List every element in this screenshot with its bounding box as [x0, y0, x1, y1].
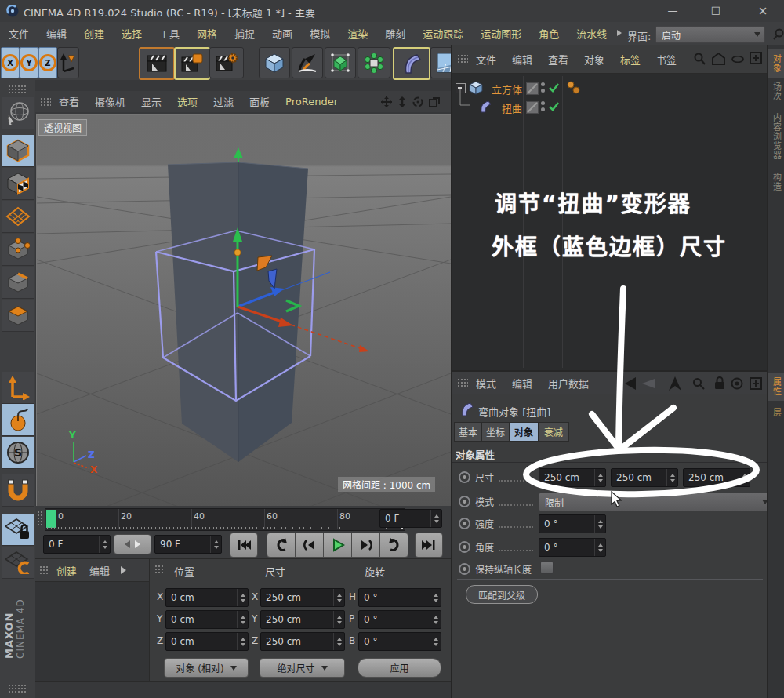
material-list-empty[interactable]	[35, 582, 149, 682]
coordinates-grip[interactable]	[154, 565, 165, 574]
attribute-grip[interactable]	[457, 378, 468, 387]
menu-animate[interactable]: 动画	[272, 26, 292, 41]
timeline-grip[interactable]	[37, 511, 43, 526]
mograph-cloner-button[interactable]	[358, 47, 390, 78]
viewport-canvas[interactable]: Y Z X	[36, 114, 452, 507]
menu-file[interactable]: 文件	[9, 26, 29, 41]
menu-sculpt[interactable]: 雕刻	[385, 26, 405, 41]
om-home-icon[interactable]	[712, 53, 725, 65]
keyframe-radio-icon[interactable]	[459, 518, 470, 529]
tab-basic[interactable]: 基本	[454, 422, 482, 442]
menu-mesh[interactable]: 网格	[197, 26, 217, 41]
points-mode-button[interactable]	[2, 234, 34, 266]
om-add-icon[interactable]	[750, 52, 762, 64]
object-row-bend[interactable]: 扭曲	[452, 97, 768, 116]
material-menu-more-icon[interactable]	[121, 566, 126, 574]
attr-search-icon[interactable]	[692, 377, 705, 390]
tab-falloff[interactable]: 衰减	[538, 422, 569, 442]
om-search-icon[interactable]	[694, 53, 706, 65]
rotate-view-icon[interactable]	[412, 96, 423, 107]
interface-dropdown[interactable]: 启动	[655, 26, 765, 43]
stepper[interactable]	[333, 589, 344, 606]
menu-mograph[interactable]: 运动图形	[481, 26, 521, 41]
prev-key-button[interactable]	[267, 533, 296, 558]
stepper[interactable]	[237, 633, 248, 650]
play-button[interactable]	[323, 533, 352, 558]
tab-object[interactable]: 对象	[509, 422, 539, 442]
lock-y-axis-button[interactable]: Y	[20, 47, 38, 78]
stepper[interactable]	[594, 539, 605, 556]
viewport-menu-prorender[interactable]: ProRender	[285, 96, 338, 107]
menu-motion-tracker[interactable]: 运动跟踪	[423, 26, 463, 41]
lock-workplane-button[interactable]	[2, 514, 34, 546]
next-frame-button[interactable]	[351, 533, 380, 558]
make-editable-button[interactable]	[2, 97, 34, 129]
bend-size-z-field[interactable]: 250 cm	[683, 468, 750, 487]
history-forward-icon[interactable]	[669, 376, 681, 391]
attr-menu-userdata[interactable]: 用户数据	[548, 376, 589, 391]
viewport-menu-display[interactable]: 显示	[141, 94, 162, 109]
size-z-field[interactable]: 250 cm	[260, 632, 345, 651]
phong-tag-icon[interactable]	[566, 80, 582, 96]
stepper[interactable]	[333, 633, 344, 650]
menu-select[interactable]: 选择	[122, 26, 142, 41]
menu-pipeline[interactable]: 流水线	[576, 26, 607, 41]
enable-axis-button[interactable]	[2, 372, 34, 404]
viewport-menu-cameras[interactable]: 摄像机	[95, 94, 125, 109]
object-manager-grip[interactable]	[457, 54, 468, 64]
attr-add-icon[interactable]	[750, 377, 762, 390]
om-menu-view[interactable]: 查看	[548, 52, 568, 67]
om-menu-file[interactable]: 文件	[476, 52, 496, 67]
tab-coordinates[interactable]: 坐标	[481, 422, 510, 442]
viewport-grip[interactable]	[40, 97, 51, 107]
next-key-button[interactable]	[379, 533, 408, 558]
bend-size-x-field[interactable]: 250 cm	[539, 468, 606, 487]
lock-x-axis-button[interactable]: X	[1, 47, 20, 78]
viewport-menu-options[interactable]: 选项	[177, 94, 198, 109]
playhead[interactable]	[46, 510, 56, 528]
snap-workplane-button[interactable]	[2, 547, 34, 579]
texture-mode-button[interactable]	[2, 168, 34, 200]
object-name-cube[interactable]: 立方体	[492, 82, 522, 96]
stepper[interactable]	[430, 611, 441, 628]
workplane-mode-button[interactable]	[2, 201, 34, 233]
stepper[interactable]	[430, 589, 441, 606]
start-frame-field[interactable]: 0 F	[43, 535, 111, 554]
menu-render[interactable]: 渲染	[347, 26, 368, 41]
bend-mode-dropdown[interactable]: 限制	[539, 493, 774, 511]
toggle-views-icon[interactable]	[429, 96, 440, 107]
close-button[interactable]: ×	[747, 4, 779, 18]
dock-tab-layers[interactable]: 层	[768, 403, 784, 422]
viewport-solo-button[interactable]	[2, 404, 34, 436]
keep-length-checkbox[interactable]	[540, 561, 554, 574]
lock-z-axis-button[interactable]: Z	[38, 47, 57, 78]
menu-tools[interactable]: 工具	[159, 26, 180, 41]
viewport-menu-view[interactable]: 查看	[59, 94, 79, 109]
minimize-button[interactable]: —	[657, 5, 688, 16]
render-dot-icon[interactable]	[541, 107, 545, 111]
bend-deformer-button[interactable]	[393, 47, 430, 80]
om-menu-edit[interactable]: 编辑	[512, 52, 532, 67]
keyframe-radio-icon[interactable]	[459, 563, 470, 575]
render-dot-icon[interactable]	[541, 89, 545, 93]
maximize-button[interactable]: □	[700, 4, 731, 16]
rotation-b-field[interactable]: 0 °	[358, 632, 441, 651]
add-cube-button[interactable]	[259, 47, 290, 78]
menu-create[interactable]: 创建	[84, 26, 104, 41]
om-menu-bookmarks[interactable]: 书签	[656, 52, 677, 67]
attr-menu-mode[interactable]: 模式	[476, 376, 496, 391]
enabled-check-icon[interactable]	[548, 82, 560, 93]
menu-snap[interactable]: 捕捉	[234, 26, 255, 41]
fit-to-parent-button[interactable]: 匹配到父级	[466, 585, 538, 604]
stepper[interactable]	[739, 469, 750, 486]
stepper[interactable]	[594, 515, 605, 533]
layer-chip-icon[interactable]	[526, 82, 539, 95]
end-frame-field[interactable]: 90 F	[154, 535, 222, 554]
subdivision-surface-button[interactable]	[325, 47, 356, 78]
material-menu-create[interactable]: 创建	[56, 563, 77, 578]
keyframe-radio-icon[interactable]	[459, 496, 470, 507]
stepper[interactable]	[430, 510, 441, 527]
dock-tab-content-browser[interactable]: 内容浏览器	[768, 107, 784, 166]
viewport-menu-filter[interactable]: 过滤	[213, 94, 234, 109]
attr-menu-edit[interactable]: 编辑	[512, 376, 532, 391]
